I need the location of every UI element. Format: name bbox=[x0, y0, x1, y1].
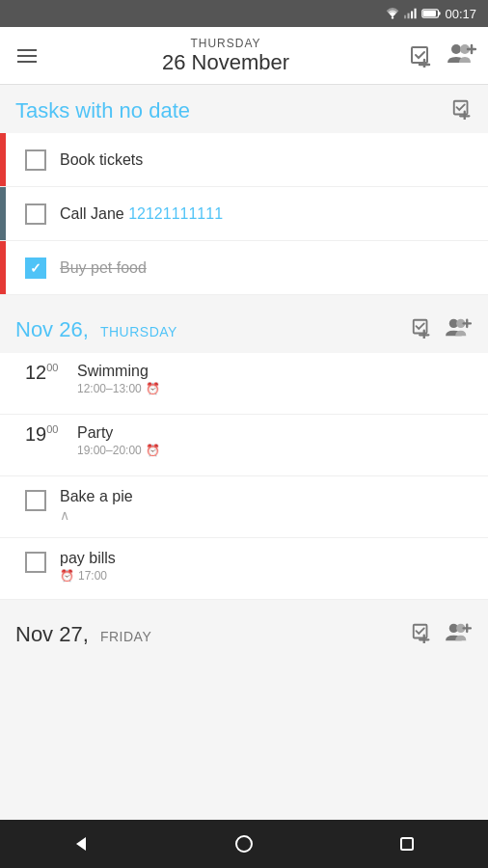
event-details: Swimming 12:00–13:00 ⏰ bbox=[69, 363, 473, 395]
header-actions bbox=[409, 41, 476, 70]
task-label: Book tickets bbox=[60, 151, 143, 169]
main-content: Tasks with no date Book tickets Call Jan… bbox=[0, 85, 488, 820]
nov26-title: Nov 26, THURSDAY bbox=[15, 317, 411, 342]
task-book-tickets[interactable]: Book tickets bbox=[0, 133, 488, 187]
header-date: THURSDAY 26 November bbox=[52, 37, 399, 75]
task-notime-content: pay bills ⏰ 17:00 bbox=[60, 550, 473, 583]
svg-point-11 bbox=[451, 44, 461, 54]
back-button[interactable] bbox=[62, 825, 100, 863]
task-bake-pie[interactable]: Bake a pie ∧ bbox=[0, 476, 488, 538]
svg-marker-32 bbox=[76, 837, 86, 851]
task-label: Call Jane 12121111111 bbox=[60, 205, 223, 223]
nov27-add-task-button[interactable] bbox=[411, 622, 432, 647]
event-title: Swimming bbox=[77, 363, 473, 380]
signal-icon bbox=[404, 8, 418, 19]
nov26-date: Nov 26, bbox=[15, 317, 89, 341]
wifi-icon bbox=[385, 8, 400, 19]
svg-rect-2 bbox=[408, 14, 410, 19]
nov27-title: Nov 27, FRIDAY bbox=[15, 622, 411, 647]
event-time-range: 19:00–20:00 ⏰ bbox=[77, 444, 473, 457]
svg-point-0 bbox=[392, 16, 393, 18]
no-date-actions bbox=[451, 98, 473, 123]
nov26-add-task-button[interactable] bbox=[411, 317, 432, 342]
task-checkbox-checked[interactable] bbox=[25, 258, 46, 279]
clock-icon: ⏰ bbox=[60, 569, 74, 583]
event-title: Party bbox=[77, 424, 473, 442]
nov27-section-header: Nov 27, FRIDAY bbox=[0, 608, 488, 658]
svg-rect-1 bbox=[404, 15, 406, 19]
svg-point-33 bbox=[236, 836, 252, 852]
nov27-date: Nov 27, bbox=[15, 622, 89, 646]
svg-rect-34 bbox=[401, 838, 413, 850]
no-date-title: Tasks with no date bbox=[15, 98, 451, 123]
home-button[interactable] bbox=[225, 825, 263, 863]
task-title: pay bills bbox=[60, 550, 473, 567]
status-time: 00:17 bbox=[445, 7, 476, 21]
hamburger-menu[interactable] bbox=[12, 43, 42, 68]
task-label: Buy pet food bbox=[60, 259, 147, 277]
svg-rect-6 bbox=[439, 12, 441, 14]
task-checkbox[interactable] bbox=[25, 490, 46, 511]
nov26-actions bbox=[411, 316, 473, 343]
task-checkbox[interactable] bbox=[25, 552, 46, 573]
nov27-add-group-button[interactable] bbox=[444, 621, 473, 648]
event-details: Party 19:00–20:00 ⏰ bbox=[69, 424, 473, 457]
nov27-day: FRIDAY bbox=[100, 629, 151, 644]
task-checkbox[interactable] bbox=[25, 203, 46, 225]
event-time-range: 12:00–13:00 ⏰ bbox=[77, 382, 473, 395]
phone-link[interactable]: 12121111111 bbox=[128, 205, 223, 222]
task-color-bar bbox=[0, 241, 6, 294]
add-group-button[interactable] bbox=[446, 41, 476, 70]
task-color-bar bbox=[0, 133, 6, 186]
event-swimming[interactable]: 1200 Swimming 12:00–13:00 ⏰ bbox=[0, 353, 488, 415]
nov26-add-group-button[interactable] bbox=[444, 316, 473, 343]
status-bar: 00:17 bbox=[0, 0, 488, 27]
no-date-section-header: Tasks with no date bbox=[0, 85, 488, 133]
task-notime-content: Bake a pie ∧ bbox=[60, 488, 473, 523]
task-pay-bills[interactable]: pay bills ⏰ 17:00 bbox=[0, 538, 488, 600]
nov26-section-header: Nov 26, THURSDAY bbox=[0, 303, 488, 353]
status-icons: 00:17 bbox=[385, 7, 476, 21]
event-party[interactable]: 1900 Party 19:00–20:00 ⏰ bbox=[0, 415, 488, 476]
svg-rect-7 bbox=[423, 11, 436, 16]
add-task-button[interactable] bbox=[409, 44, 432, 68]
nov27-actions bbox=[411, 621, 473, 648]
header-day-name: THURSDAY bbox=[52, 37, 399, 50]
event-time: 1200 bbox=[25, 363, 69, 382]
no-date-add-task-button[interactable] bbox=[451, 98, 473, 123]
task-time-hint: ⏰ 17:00 bbox=[60, 569, 473, 583]
task-checkbox[interactable] bbox=[25, 149, 46, 171]
nov26-day: THURSDAY bbox=[100, 324, 177, 339]
header-date-num: 26 November bbox=[52, 50, 399, 75]
battery-icon bbox=[421, 8, 441, 19]
task-title: Bake a pie bbox=[60, 488, 473, 505]
recent-button[interactable] bbox=[388, 825, 426, 863]
clock-icon: ⏰ bbox=[146, 382, 160, 395]
event-time: 1900 bbox=[25, 424, 69, 444]
chevron-up-icon: ∧ bbox=[60, 507, 473, 523]
svg-rect-3 bbox=[411, 12, 413, 19]
svg-rect-4 bbox=[415, 9, 417, 19]
task-call-jane[interactable]: Call Jane 12121111111 bbox=[0, 187, 488, 241]
bottom-navigation bbox=[0, 820, 488, 868]
task-color-bar bbox=[0, 187, 6, 240]
task-buy-pet-food[interactable]: Buy pet food bbox=[0, 241, 488, 295]
clock-icon: ⏰ bbox=[146, 444, 160, 457]
app-header: THURSDAY 26 November bbox=[0, 27, 488, 85]
